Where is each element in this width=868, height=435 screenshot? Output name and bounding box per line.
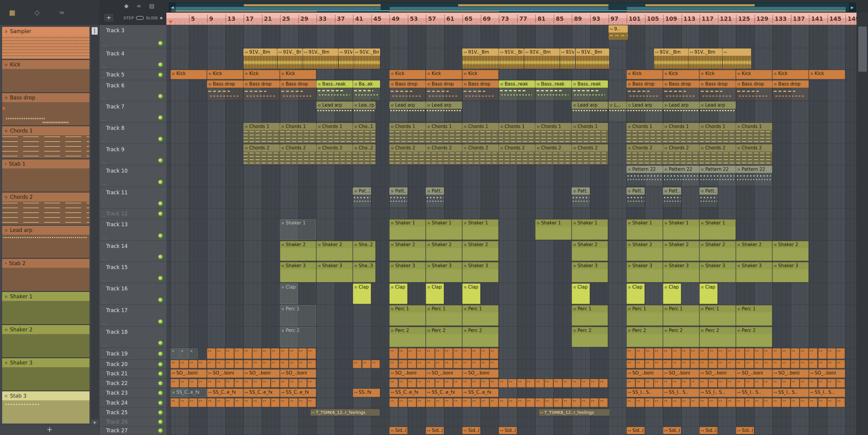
ruler-bar-77[interactable]: 77 bbox=[517, 15, 527, 23]
clip-sm[interactable]: ↦ bbox=[809, 360, 818, 368]
clip-sm[interactable]: ↦ bbox=[362, 360, 371, 368]
clip-sm[interactable]: ↦ bbox=[499, 379, 507, 388]
clip-chords-1[interactable]: ≡Chords 1 bbox=[700, 123, 736, 143]
clip-sm[interactable]: ↦ bbox=[180, 398, 188, 407]
clip-shaker-2[interactable]: ≡Shaker 2 bbox=[390, 241, 426, 261]
clip-sm[interactable]: ↦ bbox=[390, 360, 398, 368]
clip-sm[interactable]: ↦ bbox=[809, 379, 818, 388]
clip-sm[interactable]: ↦ bbox=[253, 348, 261, 359]
clip-sm[interactable]: ↦ bbox=[836, 360, 845, 368]
picker-item-shaker-1[interactable]: ≡Shaker 1 bbox=[2, 292, 90, 325]
track-resize-dots[interactable]: ··· bbox=[102, 76, 106, 80]
clip-sm[interactable]: ↦ bbox=[563, 379, 571, 388]
clip-sm[interactable]: ↦ bbox=[627, 379, 635, 388]
clip-pattern-22[interactable]: ≡Pattern 22 bbox=[700, 166, 736, 186]
clip-sm[interactable]: ↦ bbox=[781, 398, 790, 407]
clip-perc-1[interactable]: ×Perc 1 bbox=[280, 305, 316, 326]
clip-sm[interactable]: ↦ bbox=[216, 398, 225, 407]
clip-sm[interactable]: ↦ bbox=[399, 398, 407, 407]
playlist-lane-track-20[interactable]: ↦↦↦↦↦↦↦↦↦↦↦↦↦↦↦↦↦↦↦↦↦↦↦↦↦↦↦↦↦↦↦↦↦↦↦↦↦↦↦↦… bbox=[166, 360, 857, 369]
clip-sm[interactable]: ↦ bbox=[818, 379, 827, 388]
clip-sm[interactable]: ↦ bbox=[818, 348, 827, 359]
clip-sm[interactable]: ↦ bbox=[435, 398, 444, 407]
playlist-lane-track-5[interactable]: ≡Kick≡Kick≡Kick≡Kick≡Kick≡Kick≡Kick≡Kick… bbox=[166, 70, 857, 80]
ruler-bar-57[interactable]: 57 bbox=[426, 15, 436, 23]
track-enable-led[interactable] bbox=[158, 420, 163, 424]
clip-bass-drop[interactable]: ≡Bass drop bbox=[462, 80, 498, 100]
playlist-lane-track-9[interactable]: ≡Chords 2≡Chords 2≡Chords 2≡Cho..2≡Chord… bbox=[166, 144, 857, 165]
clip-sm[interactable]: ↦ bbox=[426, 360, 435, 368]
track-header-track-21[interactable]: Track 21 bbox=[99, 369, 166, 379]
clip-ba-ak[interactable]: ≡Ba..ak bbox=[353, 80, 380, 100]
clip-shaker-2[interactable]: ≡Shaker 2 bbox=[280, 241, 316, 261]
clip-shaker-2[interactable]: ≡Shaker 2 bbox=[627, 241, 663, 261]
ruler-bar-21[interactable]: 21 bbox=[262, 15, 272, 23]
clip-91v-bm[interactable]: ↦91V.._Bm bbox=[499, 48, 524, 69]
clip-ss-c-e-fx[interactable]: ↦SS_C..e_fx bbox=[390, 389, 426, 397]
clip-sm[interactable]: ↦ bbox=[727, 348, 736, 359]
clip-sm[interactable]: ↦ bbox=[307, 360, 316, 368]
clip-sm[interactable]: ↦ bbox=[681, 348, 690, 359]
clip-perc-2[interactable]: ≡Perc 2 bbox=[426, 327, 462, 347]
track-resize-dots[interactable]: ··· bbox=[102, 355, 106, 360]
clip-sm[interactable]: ↦ bbox=[517, 398, 526, 407]
clip-sm[interactable]: ↦ bbox=[772, 348, 781, 359]
clip-sm[interactable]: ↦ bbox=[399, 348, 407, 359]
clip-sm[interactable]: ↦ bbox=[490, 348, 498, 359]
picker-item-kick[interactable]: ≡Kick bbox=[2, 60, 90, 93]
track-enable-led[interactable] bbox=[158, 410, 163, 415]
track-header-track-7[interactable]: Track 7··· bbox=[99, 101, 166, 123]
clip-sm[interactable]: ↦ bbox=[225, 348, 234, 359]
clip-sm[interactable]: ↦ bbox=[481, 398, 490, 407]
ruler-bar-97[interactable]: 97 bbox=[609, 15, 618, 23]
clip-sm[interactable]: ↦ bbox=[627, 348, 635, 359]
track-header-track-20[interactable]: Track 20 bbox=[99, 360, 166, 369]
track-resize-dots[interactable]: ··· bbox=[102, 161, 106, 165]
track-enable-led[interactable] bbox=[158, 341, 163, 345]
clip-sm[interactable]: ↦ bbox=[472, 360, 480, 368]
clip-sm[interactable]: ↦ bbox=[453, 348, 462, 359]
clip-sm[interactable]: ↦ bbox=[672, 360, 681, 368]
track-resize-dots[interactable]: ··· bbox=[102, 300, 106, 305]
clip-perc-2[interactable]: ≡Perc 2 bbox=[736, 327, 772, 347]
clip-chords-1[interactable]: ≡Chords 1 bbox=[499, 123, 535, 143]
track-header-track-5[interactable]: Track 5··· bbox=[99, 70, 166, 80]
clip-sm[interactable]: ↦ bbox=[216, 348, 225, 359]
clip-sm[interactable]: ↦ bbox=[225, 398, 234, 407]
clip-perc-2[interactable]: ≡Perc 2 bbox=[627, 327, 663, 347]
clip-chords-2[interactable]: ≡Chords 2 bbox=[462, 144, 498, 165]
clip-sm[interactable]: ↦ bbox=[636, 348, 644, 359]
clip-lea-rp[interactable]: ≡Lea..rp bbox=[353, 102, 375, 122]
clip-sm[interactable]: ↦ bbox=[754, 379, 763, 388]
clip-ss-c-e-fx[interactable]: ↦SS_C..e_fx bbox=[244, 389, 280, 397]
playlist-lane-track-8[interactable]: ≡Chords 1≡Chords 1≡Chords 1≡Cho..1≡Chord… bbox=[166, 123, 857, 144]
clip-sm[interactable]: ↦ bbox=[754, 360, 763, 368]
clip-ss-c-e-fx[interactable]: ↦SS_C..e_fx bbox=[280, 389, 316, 397]
clip-sm[interactable]: ↦ bbox=[244, 360, 252, 368]
ruler-bar-145[interactable]: 145 bbox=[827, 15, 841, 23]
clip-91v-bm[interactable]: ↦91V.._Bm bbox=[338, 48, 353, 69]
track-header-track-4[interactable]: Track 4··· bbox=[99, 48, 166, 70]
ruler-bar-37[interactable]: 37 bbox=[335, 15, 345, 23]
clip-sm[interactable]: ↦ bbox=[681, 360, 690, 368]
magnet-snap-icon[interactable]: ◆ bbox=[124, 2, 129, 9]
ruler-bar-9[interactable]: 9 bbox=[207, 15, 213, 23]
clip-shaker-3[interactable]: ≡Shaker 3 bbox=[700, 262, 736, 282]
track-enable-led[interactable] bbox=[158, 381, 163, 386]
clip-sm[interactable]: ↦ bbox=[207, 398, 216, 407]
clip-sm[interactable]: ↦ bbox=[390, 398, 398, 407]
track-resize-dots[interactable]: ··· bbox=[102, 65, 106, 70]
clip-sm[interactable]: ↦ bbox=[435, 360, 444, 368]
clip-sm[interactable]: ↦ bbox=[727, 398, 736, 407]
ruler-bar-49[interactable]: 49 bbox=[390, 15, 399, 23]
clip-kick[interactable]: ≡Kick bbox=[772, 70, 809, 79]
clip-sm[interactable]: ↦ bbox=[545, 398, 553, 407]
clip-sm[interactable]: ↦ bbox=[791, 379, 800, 388]
clip-sm[interactable]: ↦ bbox=[408, 379, 416, 388]
playlist-lane-track-10[interactable]: ≡Pattern 22≡Pattern 22≡Pattern 22≡Patter… bbox=[166, 165, 857, 187]
track-resize-dots[interactable]: ··· bbox=[102, 97, 106, 101]
clip-sm[interactable]: ↦ bbox=[444, 360, 453, 368]
clip-sm[interactable]: ↦ bbox=[836, 379, 845, 388]
track-header-track-8[interactable]: Track 8··· bbox=[99, 123, 166, 144]
clip-sm[interactable]: ↦ bbox=[490, 398, 498, 407]
